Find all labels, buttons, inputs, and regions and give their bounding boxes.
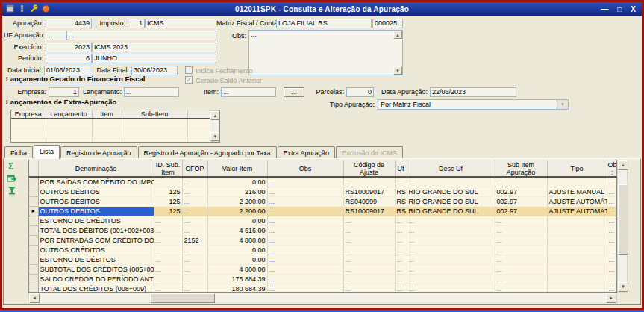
cell[interactable] xyxy=(547,177,607,187)
column-header[interactable]: ID. Sub. Item xyxy=(154,160,182,177)
row-selector[interactable] xyxy=(29,265,38,275)
cell[interactable]: RIO GRANDE DO SUL xyxy=(407,207,495,216)
cell[interactable]: 4 800.00 xyxy=(207,236,267,246)
cell[interactable]: ... xyxy=(607,275,617,284)
cell[interactable]: 175 884.39 xyxy=(207,275,267,284)
tab-registro-de-apura-o-agrupado-por-taxa[interactable]: Registro de Apuração - Agrupado por Taxa xyxy=(138,146,277,159)
cell[interactable]: TOTAL DOS CRÉDITOS (008+009) xyxy=(38,284,154,293)
cell[interactable]: SALDO CREDOR DO PERÍODO ANTERIOR xyxy=(38,275,154,284)
cell[interactable]: 125 xyxy=(154,187,182,197)
cell[interactable]: AJUSTE AUTOMÁTICO xyxy=(547,197,607,207)
cell[interactable]: ... xyxy=(267,187,343,197)
extra-apuracao-grid[interactable]: EmpresaLançamentoItemSub-Item ▲ ▼ xyxy=(10,110,220,143)
cell[interactable]: ... xyxy=(267,207,343,216)
row-selector[interactable] xyxy=(29,255,38,265)
table-row[interactable]: TOTAL DOS DÉBITOS (001+002+003)......4 6… xyxy=(29,226,617,236)
cell[interactable]: ... xyxy=(267,265,343,275)
cell[interactable] xyxy=(547,265,607,275)
table-row[interactable]: SALDO CREDOR DO PERÍODO ANTERIOR......17… xyxy=(29,275,617,284)
cell[interactable]: RIO GRANDE DO SUL xyxy=(407,197,495,207)
obs-scroll-up-icon[interactable]: ▲ xyxy=(393,31,402,39)
cell[interactable]: ... xyxy=(395,226,407,236)
cell[interactable]: ... xyxy=(343,226,395,236)
cell[interactable]: ... xyxy=(182,265,207,275)
vertical-scroll-thumb[interactable] xyxy=(618,184,628,255)
cell[interactable]: ... xyxy=(154,177,182,187)
tab-lista[interactable]: Lista xyxy=(34,145,60,159)
tab-extra-apura-o[interactable]: Extra Apuração xyxy=(278,146,336,159)
obs-textarea[interactable]: ... ▲ ▼ xyxy=(248,30,403,75)
cell[interactable] xyxy=(547,236,607,246)
browse-button[interactable]: ... xyxy=(284,87,304,97)
cell[interactable]: 2152 xyxy=(182,236,207,246)
column-header[interactable]: Uf xyxy=(395,160,407,177)
cell[interactable] xyxy=(122,129,187,139)
close-button[interactable]: X xyxy=(631,5,636,13)
row-selector[interactable] xyxy=(29,187,38,197)
cell[interactable]: ... xyxy=(343,284,395,293)
cell[interactable]: 2 200.00 xyxy=(207,207,267,216)
table-row[interactable]: OUTROS DÉBITOS125...2 200.00...RS049999R… xyxy=(29,197,617,207)
periodo-field[interactable]: 6 xyxy=(46,54,92,63)
extra-grid-scrollbar[interactable]: ▲ ▼ xyxy=(210,110,219,142)
cell[interactable]: AJUSTE MANUAL xyxy=(547,187,607,197)
cell[interactable]: ... xyxy=(395,216,407,226)
cell[interactable]: ... xyxy=(495,216,547,226)
cell[interactable]: ... xyxy=(395,284,407,293)
uf-code-field[interactable]: ... xyxy=(46,31,66,40)
cell[interactable]: ... xyxy=(182,187,207,197)
cell[interactable]: OUTROS DÉBITOS xyxy=(38,207,154,216)
cell[interactable]: ... xyxy=(154,216,182,226)
cell[interactable] xyxy=(11,139,46,143)
cell[interactable] xyxy=(547,216,607,226)
cell[interactable]: ... xyxy=(395,255,407,265)
cell[interactable]: RS10009017 xyxy=(343,187,395,197)
row-selector[interactable]: ► xyxy=(29,207,38,216)
scroll-left-icon[interactable]: ◄ xyxy=(29,293,40,303)
cell[interactable]: ... xyxy=(407,246,495,255)
cell[interactable]: ESTORNO DE DÉBITOS xyxy=(38,255,154,265)
extra-scroll-down-icon[interactable]: ▼ xyxy=(210,132,220,141)
cell[interactable]: 4 800.00 xyxy=(207,265,267,275)
tab-registro-de-apura-o[interactable]: Registro de Apuração xyxy=(60,146,137,159)
extra-grid-row[interactable] xyxy=(11,139,210,143)
exercicio-field[interactable]: 2023 xyxy=(46,43,92,52)
cell[interactable]: ... xyxy=(267,216,343,226)
cell[interactable]: 125 xyxy=(154,207,182,216)
cell[interactable]: POR SAÍDAS COM DÉBITO DO IMPOSTO xyxy=(38,177,154,187)
cell[interactable] xyxy=(187,139,210,143)
indica-fechamento-checkbox[interactable] xyxy=(185,66,193,74)
cell[interactable]: ... xyxy=(154,236,182,246)
sum-icon[interactable]: Σ xyxy=(8,162,13,171)
column-header[interactable]: Obs xyxy=(267,160,343,177)
cell[interactable]: ... xyxy=(182,284,207,293)
extra-grid-row[interactable] xyxy=(11,119,210,129)
cell[interactable]: ... xyxy=(154,226,182,236)
data-apuracao-field[interactable]: 22/06/2023 xyxy=(430,87,516,97)
tab-ficha[interactable]: Ficha xyxy=(4,146,33,159)
cell[interactable] xyxy=(92,119,122,129)
cell[interactable]: ... xyxy=(495,275,547,284)
cell[interactable]: RS049999 xyxy=(343,197,395,207)
cell[interactable]: ... xyxy=(267,226,343,236)
cell[interactable]: ... xyxy=(407,275,495,284)
cell[interactable] xyxy=(547,246,607,255)
cell[interactable]: 002.97 xyxy=(495,197,547,207)
maximize-button[interactable]: □ xyxy=(617,5,622,13)
grid-vertical-scrollbar[interactable]: ▲ ▼ xyxy=(617,160,628,293)
scroll-right-icon[interactable]: ► xyxy=(606,293,616,303)
periodo-desc-field[interactable]: JUNHO xyxy=(92,54,216,63)
cell[interactable]: ... xyxy=(267,284,343,293)
cell[interactable]: ... xyxy=(182,226,207,236)
cell[interactable]: RIO GRANDE DO SUL xyxy=(407,187,495,197)
cell[interactable]: ... xyxy=(154,255,182,265)
cell[interactable]: 0.00 xyxy=(207,246,267,255)
cell[interactable]: ... xyxy=(395,275,407,284)
cell[interactable]: ... xyxy=(182,246,207,255)
row-selector[interactable] xyxy=(29,284,38,293)
cell[interactable]: OUTROS DÉBITOS xyxy=(38,197,154,207)
cell[interactable]: RS10009017 xyxy=(343,207,395,216)
horizontal-scroll-thumb[interactable] xyxy=(150,293,215,303)
cell[interactable]: 002.97 xyxy=(495,187,547,197)
cell[interactable]: ... xyxy=(182,177,207,187)
